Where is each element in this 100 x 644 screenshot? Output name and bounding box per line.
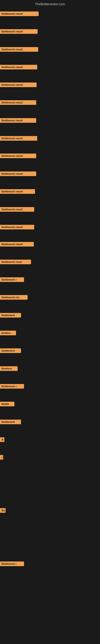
bottleneck-result-item[interactable]: Bottleneck r [0,384,24,388]
bottleneck-result-item[interactable]: Bottleneck result [0,189,35,194]
bottleneck-result-item[interactable]: Bottle [0,402,14,406]
bottleneck-result-item[interactable]: Bottleneck [0,348,21,353]
bottleneck-result-item[interactable]: Bottleneck res [0,295,28,300]
bottleneck-result-item[interactable]: Bottleneck result [0,225,34,230]
bottleneck-result-item[interactable]: Bottleneck result [0,136,37,141]
bottleneck-result-item[interactable]: Bottleneck [0,420,21,424]
bottleneck-result-item[interactable]: Bottleneck result [0,100,36,105]
bottleneck-result-item[interactable]: Bottleneck r [0,277,24,282]
bottleneck-result-item[interactable]: | [0,455,3,460]
bottleneck-result-item[interactable]: Bottlen [0,331,16,335]
bottleneck-result-item[interactable]: Bottleneck result [0,65,37,70]
bottleneck-result-item[interactable]: Bottleneck result [0,47,38,52]
bottleneck-result-item[interactable]: Bottleneck result [0,12,39,16]
bottleneck-result-item[interactable]: Bottleneck r [0,562,24,566]
bottleneck-result-item[interactable]: Bottleneck result [0,207,34,212]
bottleneck-result-item[interactable]: Bottlene [0,366,18,371]
bottleneck-result-item[interactable]: Bottleneck result [0,154,36,158]
bottleneck-result-item[interactable]: Bottleneck result [0,118,36,123]
bottleneck-result-item[interactable]: Bo [0,508,6,513]
bottleneck-result-item[interactable]: Bottleneck resul [0,260,31,264]
site-title: TheBottlenecker.com [0,1,100,8]
bottleneck-result-item[interactable]: Bottleneck result [0,172,36,176]
bottleneck-result-item[interactable]: Bottleneck [0,313,21,318]
bottleneck-result-item[interactable]: Bottleneck result [0,242,34,246]
bottleneck-result-item[interactable]: B [0,437,4,442]
bottleneck-result-item[interactable]: Bottleneck result [0,82,37,87]
bottleneck-result-item[interactable]: Bottleneck result [0,29,38,34]
